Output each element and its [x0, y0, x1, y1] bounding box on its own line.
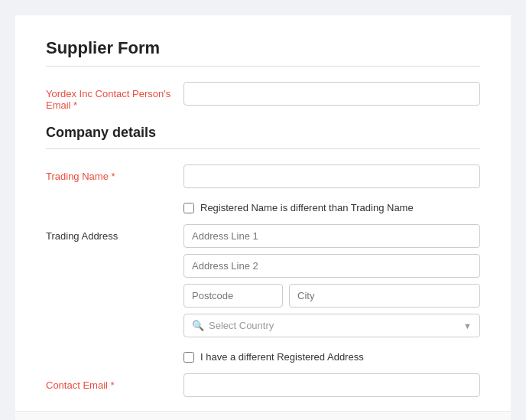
postcode-city-row: [183, 284, 480, 308]
search-icon: 🔍: [192, 320, 204, 331]
contact-person-email-label: Yordex Inc Contact Person's Email *: [46, 82, 183, 111]
country-placeholder-text: Select Country: [209, 320, 463, 331]
top-divider: [46, 66, 480, 67]
company-divider: [46, 148, 480, 149]
different-address-checkbox-row: I have a different Registered Address: [183, 351, 480, 363]
trading-address-input-area: 🔍 Select Country ▼: [183, 224, 480, 337]
page-title: Supplier Form: [46, 38, 480, 58]
different-address-checkbox[interactable]: [183, 352, 194, 363]
contact-person-email-input-area: [183, 82, 480, 106]
postcode-input[interactable]: [183, 284, 283, 308]
contact-email-input-area: [183, 373, 480, 397]
contact-email-label: Contact Email *: [46, 373, 183, 391]
address-line1-input[interactable]: [183, 224, 480, 248]
trading-name-label: Trading Name *: [46, 164, 183, 182]
bottom-bar: Send Supplier Form: [15, 411, 511, 420]
registered-name-checkbox-label[interactable]: Registered Name is different than Tradin…: [200, 202, 414, 213]
trading-name-row: Trading Name *: [46, 164, 480, 188]
registered-name-checkbox-row: Registered Name is different than Tradin…: [183, 202, 480, 213]
contact-person-email-row: Yordex Inc Contact Person's Email *: [46, 82, 480, 111]
company-section-title: Company details: [46, 125, 480, 141]
page-container: Supplier Form Yordex Inc Contact Person'…: [15, 15, 511, 420]
chevron-down-icon: ▼: [463, 321, 472, 330]
trading-name-input[interactable]: [183, 164, 480, 188]
trading-name-input-area: [183, 164, 480, 188]
address-line2-input[interactable]: [183, 254, 480, 278]
contact-email-input[interactable]: [183, 373, 480, 397]
registered-name-checkbox[interactable]: [183, 203, 194, 213]
city-input[interactable]: [289, 284, 480, 308]
country-select[interactable]: 🔍 Select Country ▼: [183, 314, 480, 337]
trading-address-row: Trading Address 🔍 Select Country ▼: [46, 224, 480, 337]
contact-email-row: Contact Email *: [46, 373, 480, 397]
trading-address-label: Trading Address: [46, 224, 183, 242]
contact-person-email-input[interactable]: [183, 82, 480, 106]
different-address-checkbox-label[interactable]: I have a different Registered Address: [200, 351, 364, 363]
